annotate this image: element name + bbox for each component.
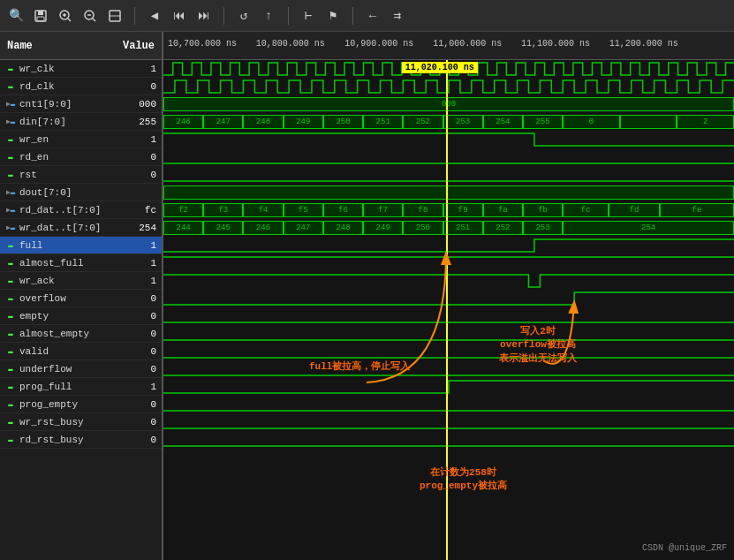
waveform-row-13 [163, 290, 734, 307]
signal-row-wr_en[interactable]: ▬wr_en1 [0, 131, 162, 148]
time-marker: 11,000.000 ns [433, 39, 502, 49]
signal-name-wr_dat_7_0: wr_dat..t[7:0] [18, 223, 113, 233]
up-icon[interactable]: ↑ [260, 7, 277, 25]
signal-row-underflow[interactable]: ▬underflow0 [0, 360, 162, 378]
waveform-row-19 [163, 396, 734, 413]
bit-icon: ▬ [4, 132, 18, 147]
bit-icon: ▬ [4, 291, 18, 306]
signal-name-empty: empty [18, 311, 113, 322]
marker-icon[interactable]: ⊢ [299, 7, 317, 25]
signal-row-cnt1_9_0[interactable]: ▶▬cnt1[9:0]000 [0, 95, 162, 113]
signal-name-rd_rst_busy: rd_rst_busy [18, 435, 113, 445]
bus-icon: ▶▬ [4, 97, 18, 111]
signal-name-prog_empty: prog_empty [18, 399, 113, 410]
bus-icon: ▶▬ [4, 203, 18, 217]
signal-name-wr_clk: wr_clk [18, 64, 113, 74]
signal-value-rd_dat_7_0: fc [113, 205, 162, 216]
signal-value-wr_clk: 1 [113, 64, 162, 74]
bit-icon: ▬ [4, 433, 18, 447]
signal-row-rd_dat_7_0[interactable]: ▶▬rd_dat..t[7:0]fc [0, 201, 162, 219]
signal-header: Name Value [0, 32, 162, 60]
waveform-row-14 [163, 307, 734, 325]
signal-row-din_7_0[interactable]: ▶▬din[7:0]255 [0, 113, 162, 131]
signal-name-almost_full: almost_full [18, 258, 113, 269]
signal-value-rd_en: 0 [113, 152, 162, 163]
toolbar: 🔍 ◀ ⏮ ⏭ ↺ ↑ ⊢ ⚑ ← ⇉ [0, 0, 734, 32]
signal-name-rst: rst [18, 170, 113, 180]
signal-value-empty: 0 [113, 311, 162, 322]
bus-icon: ▶▬ [4, 115, 18, 129]
waveform-row-10 [163, 237, 734, 254]
signal-value-wr_ack: 1 [113, 276, 162, 286]
bus-icon: ▶▬ [4, 185, 18, 200]
column-name-header: Name [0, 40, 113, 52]
signal-name-wr_ack: wr_ack [18, 276, 113, 286]
waveform-row-6 [163, 166, 734, 184]
signal-row-wr_dat_7_0[interactable]: ▶▬wr_dat..t[7:0]254 [0, 219, 162, 237]
signal-name-rd_clk: rd_clk [18, 81, 113, 92]
waveform-row-18 [163, 378, 734, 396]
main-container: Name Value ▬wr_clk1▬rd_clk0▶▬cnt1[9:0]00… [0, 32, 734, 560]
signal-row-wr_ack[interactable]: ▬wr_ack1 [0, 272, 162, 290]
save-icon[interactable] [32, 7, 49, 25]
signal-name-cnt1_9_0: cnt1[9:0] [18, 99, 113, 110]
signal-row-valid[interactable]: ▬valid0 [0, 343, 162, 360]
column-value-header: Value [113, 40, 162, 52]
zoom-in-icon[interactable] [57, 7, 74, 25]
signal-name-almost_empty: almost_empty [18, 329, 113, 339]
waveform-row-20 [163, 413, 734, 431]
time-marker: 11,100.000 ns [521, 39, 590, 49]
signal-value-wr_dat_7_0: 254 [113, 223, 162, 233]
reload-icon[interactable]: ↺ [235, 7, 253, 25]
signal-value-overflow: 0 [113, 293, 162, 304]
signal-value-cnt1_9_0: 000 [113, 99, 162, 110]
toolbar-separator-3 [288, 7, 289, 25]
next-edge-icon[interactable]: ⏭ [195, 7, 213, 25]
signal-row-rd_clk[interactable]: ▬rd_clk0 [0, 78, 162, 95]
time-marker: 10,800.000 ns [256, 39, 325, 49]
signal-list: ▬wr_clk1▬rd_clk0▶▬cnt1[9:0]000▶▬din[7:0]… [0, 60, 162, 560]
signal-name-overflow: overflow [18, 293, 113, 304]
zoom-out-icon[interactable] [81, 7, 99, 25]
signal-row-rd_rst_busy[interactable]: ▬rd_rst_busy0 [0, 431, 162, 449]
search-icon[interactable]: 🔍 [7, 7, 25, 25]
signal-name-rd_dat_7_0: rd_dat..t[7:0] [18, 205, 113, 216]
signal-value-wr_en: 1 [113, 134, 162, 145]
back-icon[interactable]: ← [364, 7, 382, 25]
bit-icon: ▬ [4, 362, 18, 376]
signal-row-prog_full[interactable]: ▬prog_full1 [0, 378, 162, 396]
signal-row-overflow[interactable]: ▬overflow0 [0, 290, 162, 307]
signal-row-almost_empty[interactable]: ▬almost_empty0 [0, 325, 162, 343]
fit-icon[interactable] [106, 7, 124, 25]
signal-row-prog_empty[interactable]: ▬prog_empty0 [0, 396, 162, 413]
waveform-row-15 [163, 325, 734, 343]
bit-icon: ▬ [4, 397, 18, 412]
signal-row-wr_rst_busy[interactable]: ▬wr_rst_busy0 [0, 413, 162, 431]
flag-icon[interactable]: ⚑ [324, 7, 342, 25]
signal-name-underflow: underflow [18, 364, 113, 375]
waveform-row-2: 000 [163, 95, 734, 113]
signal-value-prog_full: 1 [113, 382, 162, 392]
bit-icon: ▬ [4, 380, 18, 394]
bit-icon: ▬ [4, 150, 18, 164]
signal-row-wr_clk[interactable]: ▬wr_clk1 [0, 60, 162, 78]
bit-icon: ▬ [4, 62, 18, 76]
signal-row-empty[interactable]: ▬empty0 [0, 307, 162, 325]
waveform-canvas[interactable]: CSDN @unique_ZRF 11,020.100 ns0002462472… [163, 60, 734, 560]
prev-edge-icon[interactable]: ◀ [146, 7, 163, 25]
forward-icon[interactable]: ⇉ [389, 7, 406, 25]
time-marker: 11,200.000 ns [609, 39, 678, 49]
signal-name-wr_en: wr_en [18, 134, 113, 145]
signal-name-prog_full: prog_full [18, 382, 113, 392]
signal-row-full[interactable]: ▬full1 [0, 237, 162, 254]
signal-row-rst[interactable]: ▬rst0 [0, 166, 162, 184]
signal-row-almost_full[interactable]: ▬almost_full1 [0, 254, 162, 272]
bit-icon: ▬ [4, 309, 18, 323]
signal-row-rd_en[interactable]: ▬rd_en0 [0, 148, 162, 166]
bit-icon: ▬ [4, 79, 18, 94]
waveform-row-3: 24624724824925025125225325425502 [163, 113, 734, 131]
waveform-row-9: 244245246247248249250251252253254 [163, 219, 734, 237]
signal-row-dout_7_0[interactable]: ▶▬dout[7:0] [0, 184, 162, 201]
first-edge-icon[interactable]: ⏮ [170, 7, 188, 25]
bit-icon: ▬ [4, 238, 18, 253]
